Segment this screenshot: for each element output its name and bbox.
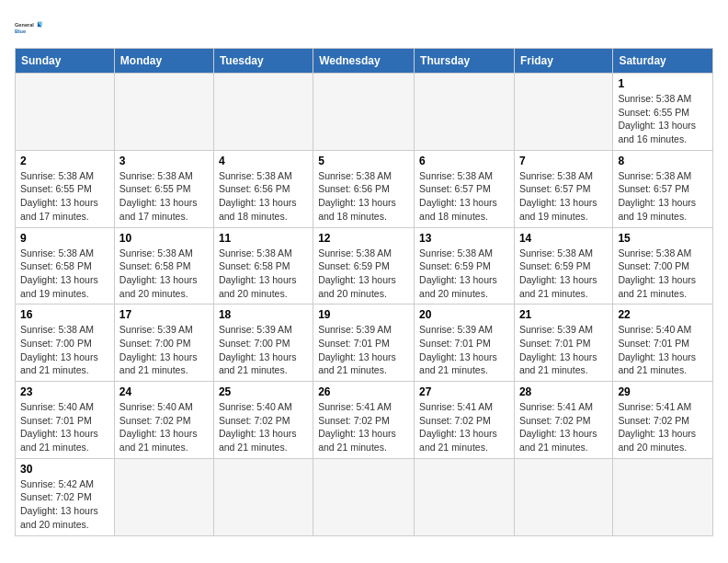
weekday-header-tuesday: Tuesday: [213, 49, 313, 74]
weekday-header-wednesday: Wednesday: [313, 49, 415, 74]
day-number: 13: [419, 232, 509, 245]
day-number: 8: [618, 155, 708, 167]
calendar-week-row: 1Sunrise: 5:38 AM Sunset: 6:55 PM Daylig…: [16, 74, 713, 151]
day-info: Sunrise: 5:38 AM Sunset: 6:59 PM Dayligh…: [519, 247, 608, 301]
day-info: Sunrise: 5:41 AM Sunset: 7:02 PM Dayligh…: [618, 400, 708, 454]
weekday-header-thursday: Thursday: [415, 49, 515, 74]
day-info: Sunrise: 5:39 AM Sunset: 7:00 PM Dayligh…: [119, 323, 209, 377]
calendar-cell: [313, 458, 415, 535]
calendar-cell: [213, 74, 313, 151]
day-info: Sunrise: 5:40 AM Sunset: 7:02 PM Dayligh…: [219, 400, 308, 454]
calendar-cell: 9Sunrise: 5:38 AM Sunset: 6:58 PM Daylig…: [16, 227, 115, 304]
calendar-table: SundayMondayTuesdayWednesdayThursdayFrid…: [15, 48, 713, 536]
logo-icon: GeneralBlue: [15, 15, 44, 40]
day-info: Sunrise: 5:39 AM Sunset: 7:00 PM Dayligh…: [219, 323, 308, 377]
calendar-cell: 2Sunrise: 5:38 AM Sunset: 6:55 PM Daylig…: [16, 150, 115, 227]
calendar-cell: [415, 458, 515, 535]
day-number: 10: [119, 232, 209, 245]
calendar-header-row: SundayMondayTuesdayWednesdayThursdayFrid…: [16, 49, 713, 74]
calendar-cell: [514, 74, 612, 151]
calendar-week-row: 16Sunrise: 5:38 AM Sunset: 7:00 PM Dayli…: [16, 304, 713, 382]
calendar-cell: 15Sunrise: 5:38 AM Sunset: 7:00 PM Dayli…: [613, 227, 713, 304]
calendar-cell: 19Sunrise: 5:39 AM Sunset: 7:01 PM Dayli…: [313, 304, 415, 382]
day-info: Sunrise: 5:39 AM Sunset: 7:01 PM Dayligh…: [519, 323, 608, 377]
svg-text:General: General: [15, 22, 34, 28]
day-info: Sunrise: 5:38 AM Sunset: 6:58 PM Dayligh…: [219, 247, 308, 301]
day-number: 20: [419, 308, 509, 321]
calendar-cell: 18Sunrise: 5:39 AM Sunset: 7:00 PM Dayli…: [213, 304, 313, 382]
day-info: Sunrise: 5:42 AM Sunset: 7:02 PM Dayligh…: [20, 477, 109, 532]
day-info: Sunrise: 5:38 AM Sunset: 6:57 PM Dayligh…: [519, 169, 608, 224]
day-info: Sunrise: 5:41 AM Sunset: 7:02 PM Dayligh…: [419, 400, 509, 454]
calendar-cell: 12Sunrise: 5:38 AM Sunset: 6:59 PM Dayli…: [313, 227, 415, 304]
calendar-cell: 17Sunrise: 5:39 AM Sunset: 7:00 PM Dayli…: [114, 304, 213, 382]
calendar-cell: 11Sunrise: 5:38 AM Sunset: 6:58 PM Dayli…: [213, 227, 313, 304]
day-info: Sunrise: 5:40 AM Sunset: 7:02 PM Dayligh…: [119, 400, 209, 454]
day-info: Sunrise: 5:41 AM Sunset: 7:02 PM Dayligh…: [318, 400, 409, 454]
day-info: Sunrise: 5:38 AM Sunset: 6:58 PM Dayligh…: [119, 247, 209, 301]
calendar-cell: 8Sunrise: 5:38 AM Sunset: 6:57 PM Daylig…: [613, 150, 713, 227]
calendar-cell: 21Sunrise: 5:39 AM Sunset: 7:01 PM Dayli…: [514, 304, 612, 382]
day-info: Sunrise: 5:38 AM Sunset: 7:00 PM Dayligh…: [618, 247, 708, 301]
logo: GeneralBlue: [15, 15, 44, 40]
calendar-cell: [16, 74, 115, 151]
day-info: Sunrise: 5:39 AM Sunset: 7:01 PM Dayligh…: [419, 323, 509, 377]
day-number: 27: [419, 385, 509, 398]
day-number: 25: [219, 385, 308, 398]
calendar-cell: 13Sunrise: 5:38 AM Sunset: 6:59 PM Dayli…: [415, 227, 515, 304]
day-number: 1: [618, 77, 708, 90]
calendar-cell: 27Sunrise: 5:41 AM Sunset: 7:02 PM Dayli…: [415, 382, 515, 459]
day-info: Sunrise: 5:38 AM Sunset: 7:00 PM Dayligh…: [20, 323, 109, 377]
weekday-header-monday: Monday: [114, 49, 213, 74]
day-number: 15: [618, 232, 708, 245]
day-number: 17: [119, 308, 209, 321]
calendar-cell: 7Sunrise: 5:38 AM Sunset: 6:57 PM Daylig…: [514, 150, 612, 227]
svg-text:Blue: Blue: [15, 29, 26, 34]
day-info: Sunrise: 5:39 AM Sunset: 7:01 PM Dayligh…: [318, 323, 409, 377]
day-number: 12: [318, 232, 409, 245]
calendar-cell: 16Sunrise: 5:38 AM Sunset: 7:00 PM Dayli…: [16, 304, 115, 382]
calendar-cell: 29Sunrise: 5:41 AM Sunset: 7:02 PM Dayli…: [613, 382, 713, 459]
day-info: Sunrise: 5:38 AM Sunset: 6:59 PM Dayligh…: [419, 247, 509, 301]
day-info: Sunrise: 5:38 AM Sunset: 6:56 PM Dayligh…: [219, 169, 308, 224]
day-info: Sunrise: 5:38 AM Sunset: 6:58 PM Dayligh…: [20, 247, 109, 301]
calendar-cell: [313, 74, 415, 151]
day-number: 7: [519, 155, 608, 167]
weekday-header-saturday: Saturday: [613, 49, 713, 74]
calendar-cell: 1Sunrise: 5:38 AM Sunset: 6:55 PM Daylig…: [613, 74, 713, 151]
day-number: 5: [318, 155, 409, 167]
day-info: Sunrise: 5:38 AM Sunset: 6:59 PM Dayligh…: [318, 247, 409, 301]
calendar-cell: [415, 74, 515, 151]
calendar-cell: 24Sunrise: 5:40 AM Sunset: 7:02 PM Dayli…: [114, 382, 213, 459]
weekday-header-friday: Friday: [514, 49, 612, 74]
day-info: Sunrise: 5:38 AM Sunset: 6:55 PM Dayligh…: [618, 92, 708, 146]
day-info: Sunrise: 5:38 AM Sunset: 6:55 PM Dayligh…: [119, 169, 209, 224]
calendar-cell: 23Sunrise: 5:40 AM Sunset: 7:01 PM Dayli…: [16, 382, 115, 459]
calendar-cell: 20Sunrise: 5:39 AM Sunset: 7:01 PM Dayli…: [415, 304, 515, 382]
day-number: 3: [119, 155, 209, 167]
calendar-cell: [114, 458, 213, 535]
day-number: 6: [419, 155, 509, 167]
day-info: Sunrise: 5:40 AM Sunset: 7:01 PM Dayligh…: [20, 400, 109, 454]
day-number: 22: [618, 308, 708, 321]
day-number: 24: [119, 385, 209, 398]
day-number: 30: [20, 463, 109, 476]
day-number: 2: [20, 155, 109, 167]
day-number: 19: [318, 308, 409, 321]
calendar-week-row: 23Sunrise: 5:40 AM Sunset: 7:01 PM Dayli…: [16, 382, 713, 459]
day-number: 16: [20, 308, 109, 321]
day-number: 9: [20, 232, 109, 245]
day-number: 29: [618, 385, 708, 398]
calendar-cell: 4Sunrise: 5:38 AM Sunset: 6:56 PM Daylig…: [213, 150, 313, 227]
calendar-cell: 3Sunrise: 5:38 AM Sunset: 6:55 PM Daylig…: [114, 150, 213, 227]
calendar-cell: 30Sunrise: 5:42 AM Sunset: 7:02 PM Dayli…: [16, 458, 115, 535]
page-header: GeneralBlue: [15, 15, 713, 40]
calendar-cell: 26Sunrise: 5:41 AM Sunset: 7:02 PM Dayli…: [313, 382, 415, 459]
calendar-cell: [213, 458, 313, 535]
calendar-cell: [514, 458, 612, 535]
calendar-cell: 28Sunrise: 5:41 AM Sunset: 7:02 PM Dayli…: [514, 382, 612, 459]
day-info: Sunrise: 5:40 AM Sunset: 7:01 PM Dayligh…: [618, 323, 708, 377]
calendar-cell: 22Sunrise: 5:40 AM Sunset: 7:01 PM Dayli…: [613, 304, 713, 382]
calendar-week-row: 2Sunrise: 5:38 AM Sunset: 6:55 PM Daylig…: [16, 150, 713, 227]
day-number: 4: [219, 155, 308, 167]
